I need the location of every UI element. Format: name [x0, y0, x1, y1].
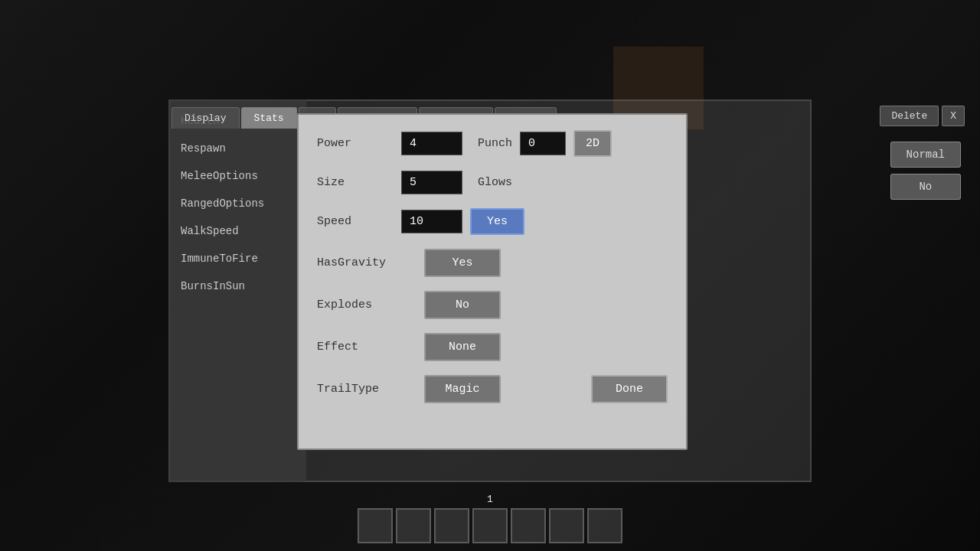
right-panel-buttons: Normal No [890, 142, 961, 200]
power-input[interactable] [401, 132, 462, 155]
speed-label: Speed [317, 215, 394, 228]
dialog-row-explodes: Explodes No [317, 291, 668, 319]
dialog-row-size: Size Glows [317, 171, 668, 194]
hotbar-slot-5[interactable] [511, 508, 546, 543]
hotbar-slot-2[interactable] [396, 508, 431, 543]
punch-label: Punch [478, 137, 512, 150]
glows-label: Glows [478, 176, 512, 189]
speed-glows-yes-button[interactable]: Yes [470, 208, 524, 235]
explodes-button[interactable]: No [424, 291, 501, 319]
hotbar-slot-6[interactable] [549, 508, 584, 543]
no-right-button[interactable]: No [890, 174, 961, 200]
sidebar-item-meleeoptions[interactable]: MeleeOptions [168, 162, 306, 190]
normal-button[interactable]: Normal [890, 142, 961, 168]
hotbar-slot-3[interactable] [434, 508, 469, 543]
tab-display[interactable]: Display [172, 107, 240, 129]
hasgravity-label: HasGravity [317, 256, 416, 269]
speed-input[interactable] [401, 210, 462, 233]
sidebar-item-burnsinsun[interactable]: BurnsInSun [168, 272, 306, 300]
sidebar-item-walkspeed[interactable]: WalkSpeed [168, 217, 306, 245]
sidebar: Health Respawn MeleeOptions RangedOption… [168, 99, 306, 482]
hasgravity-button[interactable]: Yes [424, 249, 501, 277]
effect-label: Effect [317, 341, 416, 354]
effect-button[interactable]: None [424, 333, 501, 361]
close-button[interactable]: X [942, 106, 965, 126]
top-right-buttons: Delete X [880, 106, 965, 126]
punch-input[interactable] [520, 132, 566, 155]
delete-button[interactable]: Delete [880, 106, 939, 126]
trailtype-label: TrailType [317, 383, 416, 396]
sidebar-item-respawn[interactable]: Respawn [168, 135, 306, 162]
hotbar-slot-1[interactable] [358, 508, 393, 543]
sidebar-item-rangedoptions[interactable]: RangedOptions [168, 190, 306, 217]
dialog-row-trailtype: TrailType Magic Done [317, 375, 668, 403]
tab-stats[interactable]: Stats [241, 107, 297, 129]
dialog-row-speed: Speed Yes [317, 208, 668, 235]
dialog-row-effect: Effect None [317, 333, 668, 361]
dialog: Power Punch 2D Size Glows Speed Yes HasG… [297, 113, 688, 450]
trailtype-button[interactable]: Magic [424, 375, 501, 403]
power-label: Power [317, 137, 394, 150]
hotbar-slot-7[interactable] [587, 508, 622, 543]
dialog-row-power: Power Punch 2D [317, 130, 668, 157]
hotbar-number: 1 [487, 494, 493, 505]
sidebar-item-immunetofire[interactable]: ImmuneToFire [168, 245, 306, 272]
size-label: Size [317, 176, 394, 189]
explodes-label: Explodes [317, 298, 416, 311]
size-input[interactable] [401, 171, 462, 194]
2d-button[interactable]: 2D [573, 130, 612, 157]
done-button[interactable]: Done [591, 375, 668, 403]
dialog-row-hasgravity: HasGravity Yes [317, 249, 668, 277]
hotbar [358, 508, 622, 543]
hotbar-slot-4[interactable] [472, 508, 508, 543]
